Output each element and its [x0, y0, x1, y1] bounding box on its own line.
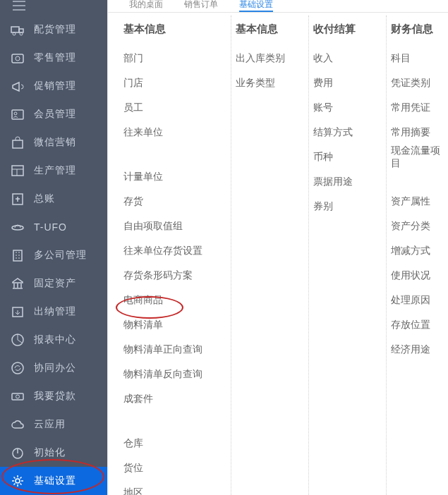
sidebar-item-camera[interactable]: 零售管理	[0, 44, 107, 72]
sidebar-item-ledger[interactable]: 总账	[0, 185, 107, 213]
tab-0[interactable]: 我的桌面	[129, 0, 163, 12]
sidebar-item-chart[interactable]: 报表中心	[0, 326, 107, 354]
sidebar-item-cash[interactable]: 我要贷款	[0, 382, 107, 410]
column-list: 部门门店员工往来单位计量单位存货自由项取值组往来单位存货设置存货条形码方案电商商…	[123, 46, 226, 495]
svg-rect-8	[13, 140, 23, 148]
sidebar-item-cloud[interactable]: 云应用	[0, 410, 107, 439]
svg-point-11	[12, 226, 23, 230]
column-list: 收入费用账号结算方式币种票据用途券别	[313, 46, 382, 219]
refresh-circle-icon	[10, 360, 25, 376]
menu-link[interactable]: 存货条形码方案	[123, 263, 226, 288]
sidebar-item-power[interactable]: 初始化	[0, 439, 107, 467]
column-1: 基本信息出入库类别业务类型	[231, 16, 308, 495]
sidebar-item-goods[interactable]: 微信营销	[0, 128, 107, 157]
menu-link[interactable]: 成套件	[123, 386, 226, 411]
menu-link[interactable]: 出入库类别	[236, 46, 304, 71]
column-header: 基本信息	[123, 23, 226, 36]
menu-link[interactable]: 经济用途	[391, 337, 444, 362]
menu-link[interactable]: 费用	[313, 71, 382, 95]
menu-link[interactable]: 常用凭证	[391, 95, 444, 120]
sidebar-item-label: 我要贷款	[34, 390, 76, 403]
menu-link[interactable]: 仓库	[123, 431, 226, 456]
svg-rect-16	[12, 393, 23, 400]
sidebar-item-label: 配货管理	[34, 23, 76, 36]
menu-link[interactable]: 计量单位	[123, 164, 226, 189]
svg-rect-12	[13, 250, 22, 261]
tab-1[interactable]: 销售订单	[184, 0, 218, 12]
sidebar-item-ufo[interactable]: T-UFO	[0, 213, 107, 241]
export-icon	[10, 304, 25, 319]
menu-link[interactable]: 科目	[391, 46, 444, 71]
menu-link[interactable]: 增减方式	[391, 238, 444, 263]
layout-icon	[10, 163, 25, 178]
sidebar-item-bank[interactable]: 固定资产	[0, 269, 107, 298]
bank-icon	[10, 276, 25, 291]
menu-link[interactable]: 币种	[313, 145, 382, 169]
menu-link[interactable]: 物料清单正向查询	[123, 337, 226, 362]
column-0: 基本信息部门门店员工往来单位计量单位存货自由项取值组往来单位存货设置存货条形码方…	[119, 16, 231, 495]
megaphone-icon	[10, 78, 25, 94]
menu-link[interactable]: 处理原因	[391, 288, 444, 312]
group-spacer	[123, 145, 226, 164]
menu-link[interactable]: 电商商品	[123, 288, 226, 312]
ufo-icon	[10, 219, 25, 235]
menu-link[interactable]: 往来单位存货设置	[123, 238, 226, 263]
sidebar-header	[0, 0, 107, 11]
menu-link[interactable]: 常用摘要	[391, 120, 444, 145]
menu-link[interactable]: 业务类型	[236, 71, 304, 95]
menu-link[interactable]: 门店	[123, 71, 226, 95]
camera-icon	[10, 50, 25, 66]
sidebar-item-label: 云应用	[34, 418, 66, 431]
sidebar-item-refresh-circle[interactable]: 协同办公	[0, 354, 107, 382]
menu-link[interactable]: 货位	[123, 456, 226, 480]
sidebar-item-label: 固定资产	[34, 277, 76, 290]
sidebar-item-label: 促销管理	[34, 80, 76, 92]
menu-link[interactable]: 物料清单反向查询	[123, 362, 226, 386]
svg-point-7	[14, 112, 17, 115]
menu-icon[interactable]	[13, 0, 25, 14]
sidebar-item-label: 总账	[34, 192, 55, 205]
sidebar-item-building[interactable]: 多公司管理	[0, 241, 107, 269]
menu-link[interactable]: 自由项取值组	[123, 214, 226, 238]
menu-link[interactable]: 收入	[313, 46, 382, 71]
column-header: 财务信息	[391, 23, 444, 36]
sidebar-item-label: 出纳管理	[34, 305, 76, 318]
menu-link[interactable]: 券别	[313, 194, 382, 219]
sidebar-list: 配货管理零售管理促销管理会员管理微信营销生产管理总账T-UFO多公司管理固定资产…	[0, 11, 107, 495]
menu-link[interactable]: 票据用途	[313, 169, 382, 194]
sidebar-item-truck[interactable]: 配货管理	[0, 16, 107, 44]
menu-link[interactable]: 资产分类	[391, 214, 444, 238]
menu-link[interactable]: 账号	[313, 95, 382, 120]
menu-link[interactable]: 员工	[123, 95, 226, 120]
svg-rect-1	[19, 29, 23, 32]
svg-point-17	[16, 395, 20, 398]
menu-link[interactable]: 凭证类别	[391, 71, 444, 95]
column-list: 科目凭证类别常用凭证常用摘要现金流量项目资产属性资产分类增减方式使用状况处理原因…	[391, 46, 444, 362]
sidebar-item-person-card[interactable]: 会员管理	[0, 100, 107, 128]
menu-link[interactable]: 存货	[123, 189, 226, 214]
sidebar-item-label: 生产管理	[34, 164, 76, 177]
sidebar-item-gear[interactable]: 基础设置	[0, 467, 107, 495]
menu-link[interactable]: 使用状况	[391, 263, 444, 288]
menu-link[interactable]: 现金流量项目	[391, 145, 444, 169]
group-spacer	[391, 169, 444, 189]
sidebar: 配货管理零售管理促销管理会员管理微信营销生产管理总账T-UFO多公司管理固定资产…	[0, 0, 107, 495]
column-list: 出入库类别业务类型	[236, 46, 304, 95]
menu-link[interactable]: 物料清单	[123, 312, 226, 337]
menu-link[interactable]: 地区	[123, 480, 226, 495]
columns: 基本信息部门门店员工往来单位计量单位存货自由项取值组往来单位存货设置存货条形码方…	[108, 13, 448, 495]
sidebar-item-label: 报表中心	[34, 334, 76, 346]
sidebar-item-export[interactable]: 出纳管理	[0, 298, 107, 326]
sidebar-item-label: 零售管理	[34, 51, 76, 64]
tabs-row: 我的桌面销售订单基础设置	[108, 0, 448, 13]
menu-link[interactable]: 部门	[123, 46, 226, 71]
tab-2[interactable]: 基础设置	[239, 0, 273, 12]
menu-link[interactable]: 资产属性	[391, 189, 444, 214]
sidebar-item-megaphone[interactable]: 促销管理	[0, 72, 107, 100]
svg-point-5	[16, 56, 20, 61]
sidebar-item-layout[interactable]: 生产管理	[0, 157, 107, 185]
goods-icon	[10, 135, 25, 150]
menu-link[interactable]: 存放位置	[391, 312, 444, 337]
menu-link[interactable]: 结算方式	[313, 120, 382, 145]
menu-link[interactable]: 往来单位	[123, 120, 226, 145]
